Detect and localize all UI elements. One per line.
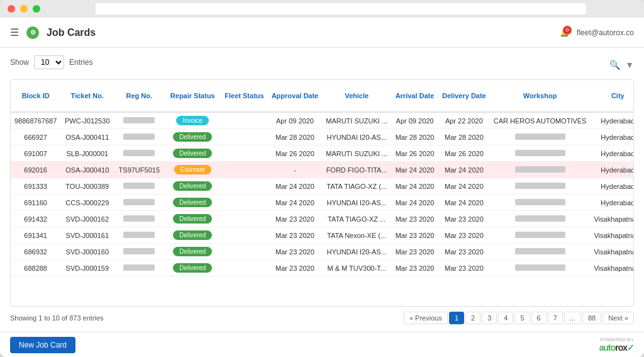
- th-city[interactable]: City: [590, 80, 634, 112]
- cell-reg: [114, 129, 164, 145]
- table-row[interactable]: 686932 SVD-J000160 Delivered Mar 23 2020…: [11, 244, 634, 260]
- table-row[interactable]: 691341 SVD-J000161 Delivered Mar 23 2020…: [11, 227, 634, 244]
- user-email: fleet@autorox.co: [577, 28, 634, 37]
- th-ticket[interactable]: Ticket No.: [60, 80, 114, 112]
- close-btn[interactable]: [8, 5, 15, 13]
- titlebar: [0, 0, 644, 18]
- cell-workshop: [490, 260, 591, 276]
- table-row[interactable]: 691007 SLB-J000001 Delivered Mar 26 2020…: [11, 145, 634, 162]
- table-row[interactable]: 691160 CCS-J000229 Delivered Mar 24 2020…: [11, 195, 634, 211]
- page-btn-2[interactable]: 2: [465, 312, 480, 324]
- th-approval[interactable]: Approval Date: [268, 80, 323, 112]
- cell-fleet: [221, 211, 267, 227]
- cell-delivery: Mar 24 2020: [438, 195, 490, 211]
- cell-approval: Mar 24 2020: [268, 178, 323, 195]
- cell-city: Visakhapatnam: [590, 260, 634, 276]
- cell-city: Hyderabad: [590, 195, 634, 211]
- th-repair-status[interactable]: Repair Status: [164, 80, 221, 112]
- cell-fleet: [221, 260, 267, 276]
- menu-icon[interactable]: ☰: [10, 26, 19, 38]
- cell-fleet: [221, 112, 267, 129]
- cell-workshop: [490, 178, 591, 195]
- table-row[interactable]: 691432 SVD-J000162 Delivered Mar 23 2020…: [11, 211, 634, 227]
- th-fleet-status[interactable]: Fleet Status: [221, 80, 267, 112]
- page-btn-6[interactable]: 6: [531, 312, 547, 324]
- cell-delivery: Mar 23 2020: [438, 260, 490, 276]
- cell-city: Hyderabad: [590, 145, 634, 162]
- app-window: ☰ ⚙ Job Cards 🔔 0 fleet@autorox.co Show …: [0, 0, 644, 357]
- cell-vehicle: MARUTI SUZUKI ...: [322, 145, 391, 162]
- cell-vehicle: HYUNDAI I20-AS...: [322, 129, 391, 145]
- cell-status: Invoice: [164, 112, 221, 129]
- cell-approval: Mar 26 2020: [268, 145, 323, 162]
- cell-vehicle: FORD FIGO-TITA...: [322, 162, 391, 178]
- cell-arrival: Mar 26 2020: [391, 145, 438, 162]
- cell-workshop: [490, 227, 591, 244]
- cell-reg: [114, 195, 164, 211]
- cell-workshop: [490, 145, 591, 162]
- cell-ticket: SVD-J000162: [60, 211, 114, 227]
- pagination: Showing 1 to 10 of 873 entries « Previou…: [10, 312, 634, 324]
- entries-select[interactable]: 10 25 50: [34, 55, 64, 69]
- maximize-btn[interactable]: [33, 5, 40, 13]
- toolbar-right: 🔍 ▼: [609, 60, 634, 70]
- notification-icon[interactable]: 🔔 0: [560, 28, 569, 37]
- cell-status: Delivered: [164, 129, 221, 145]
- nav-left: ☰ ⚙ Job Cards: [10, 26, 96, 39]
- table-row[interactable]: 666927 OSA-J000411 Delivered Mar 28 2020…: [11, 129, 634, 145]
- prev-page-btn[interactable]: « Previous: [404, 312, 448, 324]
- cell-reg: [114, 178, 164, 195]
- cell-approval: Mar 24 2020: [268, 195, 323, 211]
- new-job-button[interactable]: New Job Card: [10, 337, 75, 353]
- cell-ticket: SVD-J000161: [60, 227, 114, 244]
- page-btn-5[interactable]: 5: [514, 312, 530, 324]
- cell-block-id: 686932: [11, 244, 60, 260]
- cell-ticket: TOU-J000389: [60, 178, 114, 195]
- cell-vehicle: MARUTI SUZUKI ...: [322, 112, 391, 129]
- th-vehicle[interactable]: Vehicle: [322, 80, 391, 112]
- next-page-btn[interactable]: Next »: [602, 312, 634, 324]
- cell-ticket: SVD-J000159: [60, 260, 114, 276]
- search-icon[interactable]: 🔍: [609, 60, 620, 70]
- cell-fleet: [221, 244, 267, 260]
- page-btn-7[interactable]: 7: [548, 312, 563, 324]
- th-block-id[interactable]: Block ID: [11, 80, 60, 112]
- cell-delivery: Mar 24 2020: [438, 162, 490, 178]
- powered-by-text: POWERED BY: [600, 337, 634, 343]
- cell-city: Visakhapatnam: [590, 211, 634, 227]
- cell-ticket: OSA-J000410: [60, 162, 114, 178]
- cell-block-id: 98868767687: [11, 112, 60, 129]
- th-workshop[interactable]: Workshop: [490, 80, 591, 112]
- table-row[interactable]: 98868767687 PWC-J012530 Invoice Apr 09 2…: [11, 112, 634, 129]
- table-row[interactable]: 688288 SVD-J000159 Delivered Mar 23 2020…: [11, 260, 634, 276]
- filter-icon[interactable]: ▼: [625, 60, 634, 70]
- show-label: Show: [10, 58, 29, 67]
- page-btn-88[interactable]: 88: [582, 312, 601, 324]
- cell-block-id: 666927: [11, 129, 60, 145]
- page-btn-4[interactable]: 4: [498, 312, 513, 324]
- url-bar[interactable]: [96, 3, 586, 14]
- top-nav: ☰ ⚙ Job Cards 🔔 0 fleet@autorox.co: [0, 18, 644, 48]
- cell-block-id: 692016: [11, 162, 60, 178]
- page-btn-1[interactable]: 1: [449, 312, 464, 324]
- cell-arrival: Mar 28 2020: [391, 129, 438, 145]
- cell-approval: Mar 28 2020: [268, 129, 323, 145]
- cell-city: Hyderabad: [590, 129, 634, 145]
- cell-arrival: Mar 24 2020: [391, 195, 438, 211]
- cell-delivery: Mar 26 2020: [438, 145, 490, 162]
- table-row[interactable]: 692016 OSA-J000410 TS97UF5015 Estimate -…: [11, 162, 634, 178]
- cell-reg: [114, 145, 164, 162]
- cell-ticket: OSA-J000411: [60, 129, 114, 145]
- th-delivery[interactable]: Delivery Date: [438, 80, 490, 112]
- cell-status: Delivered: [164, 195, 221, 211]
- cell-approval: -: [268, 162, 323, 178]
- cell-vehicle: M & M TUV300-T...: [322, 260, 391, 276]
- cell-status: Delivered: [164, 178, 221, 195]
- th-reg[interactable]: Reg No.: [114, 80, 164, 112]
- page-btn-3[interactable]: 3: [482, 312, 497, 324]
- table-row[interactable]: 691333 TOU-J000389 Delivered Mar 24 2020…: [11, 178, 634, 195]
- th-arrival[interactable]: Arrival Date: [391, 80, 438, 112]
- cell-fleet: [221, 162, 267, 178]
- minimize-btn[interactable]: [20, 5, 28, 13]
- cell-status: Estimate: [164, 162, 221, 178]
